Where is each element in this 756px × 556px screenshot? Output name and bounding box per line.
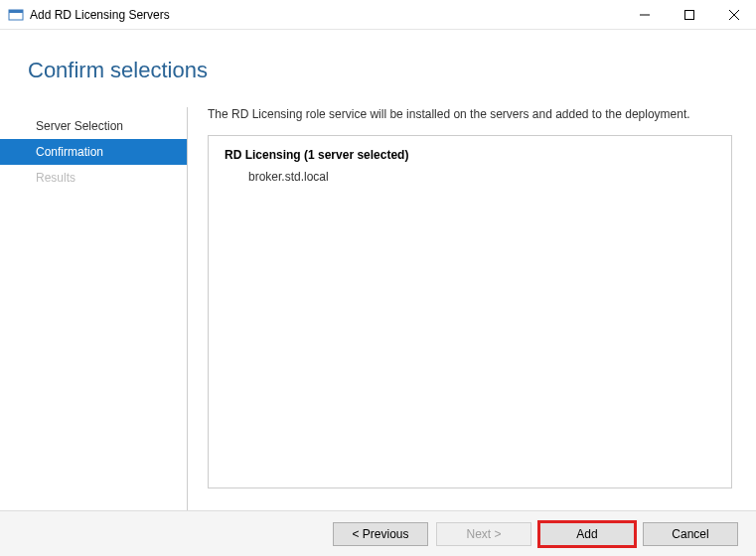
selection-panel: RD Licensing (1 server selected) broker.… bbox=[208, 135, 732, 488]
nav-item-confirmation[interactable]: Confirmation bbox=[0, 139, 187, 165]
divider bbox=[187, 107, 188, 534]
add-button[interactable]: Add bbox=[539, 522, 635, 546]
previous-button[interactable]: < Previous bbox=[333, 522, 428, 546]
description-text: The RD Licensing role service will be in… bbox=[208, 107, 732, 121]
cancel-button[interactable]: Cancel bbox=[643, 522, 738, 546]
app-icon bbox=[8, 7, 24, 23]
svg-rect-1 bbox=[9, 10, 23, 13]
close-button[interactable] bbox=[711, 0, 756, 29]
server-item: broker.std.local bbox=[225, 170, 715, 184]
main-content: The RD Licensing role service will be in… bbox=[208, 107, 756, 534]
page-title: Confirm selections bbox=[0, 30, 756, 107]
maximize-button[interactable] bbox=[667, 0, 711, 29]
body-area: Server SelectionConfirmationResults The … bbox=[0, 107, 756, 534]
svg-rect-3 bbox=[684, 10, 693, 19]
window-controls bbox=[622, 0, 756, 29]
nav-item-server-selection[interactable]: Server Selection bbox=[0, 113, 187, 139]
titlebar: Add RD Licensing Servers bbox=[0, 0, 756, 30]
window-title: Add RD Licensing Servers bbox=[30, 8, 622, 22]
group-title: RD Licensing (1 server selected) bbox=[225, 148, 715, 162]
button-bar: < Previous Next > Add Cancel bbox=[0, 510, 756, 556]
wizard-steps: Server SelectionConfirmationResults bbox=[0, 107, 187, 534]
next-button: Next > bbox=[436, 522, 531, 546]
minimize-button[interactable] bbox=[622, 0, 667, 29]
nav-item-results: Results bbox=[0, 165, 187, 191]
